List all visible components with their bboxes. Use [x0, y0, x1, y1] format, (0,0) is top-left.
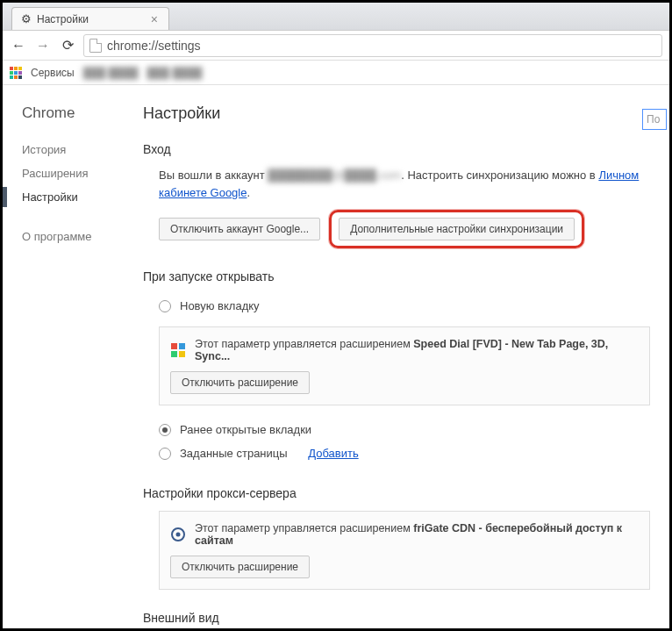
browser-tab-bar: ⚙ Настройки × — [3, 3, 669, 31]
section-heading: При запуске открывать — [143, 269, 669, 283]
sidebar-item-extensions[interactable]: Расширения — [22, 161, 143, 185]
extension-notice-text: Этот параметр управляется расширением fr… — [195, 522, 639, 547]
page-icon — [89, 39, 102, 53]
frigate-icon — [170, 527, 186, 542]
svg-rect-3 — [179, 351, 185, 357]
startup-option-newtab[interactable]: Новую вкладку — [159, 294, 669, 318]
radio-icon — [159, 424, 171, 436]
settings-main: Настройки Вход Вы вошли в аккаунт ██████… — [143, 85, 669, 628]
radio-icon — [159, 448, 171, 460]
svg-rect-1 — [179, 343, 185, 349]
highlight-annotation: Дополнительные настройки синхронизации — [329, 210, 584, 248]
gear-icon: ⚙ — [21, 12, 32, 25]
settings-search-input[interactable]: По — [642, 109, 667, 130]
tab-title: Настройки — [37, 13, 89, 25]
section-signin: Вход Вы вошли в аккаунт ████████@████.co… — [143, 142, 669, 248]
section-heading: Внешний вид — [143, 611, 669, 625]
browser-tab[interactable]: ⚙ Настройки × — [11, 7, 169, 30]
startup-option-specific[interactable]: Заданные страницы Добавить — [159, 441, 669, 465]
account-email-blurred: ████████@████.com — [268, 169, 401, 182]
bookmarks-apps-label[interactable]: Сервисы — [31, 67, 75, 79]
extension-notice-box: Этот параметр управляется расширением fr… — [159, 511, 650, 590]
disable-extension-button[interactable]: Отключить расширение — [170, 556, 310, 578]
svg-rect-0 — [171, 343, 177, 349]
extension-notice-box: Этот параметр управляется расширением Sp… — [159, 326, 650, 405]
advanced-sync-button[interactable]: Дополнительные настройки синхронизации — [339, 218, 575, 240]
browser-toolbar: ← → ⟳ chrome://settings — [3, 31, 669, 61]
url-text: chrome://settings — [107, 39, 201, 53]
bookmark-item-blurred[interactable]: ███ ████ — [83, 67, 139, 79]
radio-icon — [159, 300, 171, 312]
sidebar-item-history[interactable]: История — [22, 138, 143, 161]
reload-button[interactable]: ⟳ — [59, 37, 76, 54]
disable-extension-button[interactable]: Отключить расширение — [170, 371, 310, 394]
speeddial-icon — [170, 342, 186, 358]
bookmark-item-blurred[interactable]: ███ ████ — [147, 67, 203, 79]
back-button[interactable]: ← — [10, 37, 27, 54]
forward-button: → — [34, 37, 52, 54]
signin-text: Вы вошли в аккаунт ████████@████.com. На… — [159, 167, 669, 201]
page-title: Настройки — [143, 104, 669, 123]
add-pages-link[interactable]: Добавить — [308, 447, 358, 460]
close-icon[interactable]: × — [149, 12, 160, 26]
startup-option-continue[interactable]: Ранее открытые вкладки — [159, 418, 669, 441]
extension-notice-text: Этот параметр управляется расширением Sp… — [195, 338, 639, 362]
sidebar-item-settings[interactable]: Настройки — [22, 185, 143, 209]
apps-icon[interactable] — [10, 67, 22, 79]
svg-point-5 — [176, 533, 181, 537]
section-proxy: Настройки прокси-сервера Этот параметр у… — [143, 486, 669, 590]
disconnect-google-button[interactable]: Отключить аккаунт Google... — [159, 218, 320, 240]
section-appearance: Внешний вид — [143, 611, 669, 625]
address-bar[interactable]: chrome://settings — [83, 34, 662, 57]
svg-rect-2 — [171, 351, 177, 357]
section-startup: При запуске открывать Новую вкладку Этот… — [143, 269, 669, 465]
bookmarks-bar: Сервисы ███ ████ ███ ████ — [3, 61, 669, 85]
section-heading: Настройки прокси-сервера — [143, 486, 669, 500]
settings-sidebar: Chrome История Расширения Настройки О пр… — [3, 85, 143, 628]
brand-label: Chrome — [22, 104, 143, 122]
section-heading: Вход — [143, 142, 669, 156]
sidebar-item-about[interactable]: О программе — [22, 225, 143, 248]
